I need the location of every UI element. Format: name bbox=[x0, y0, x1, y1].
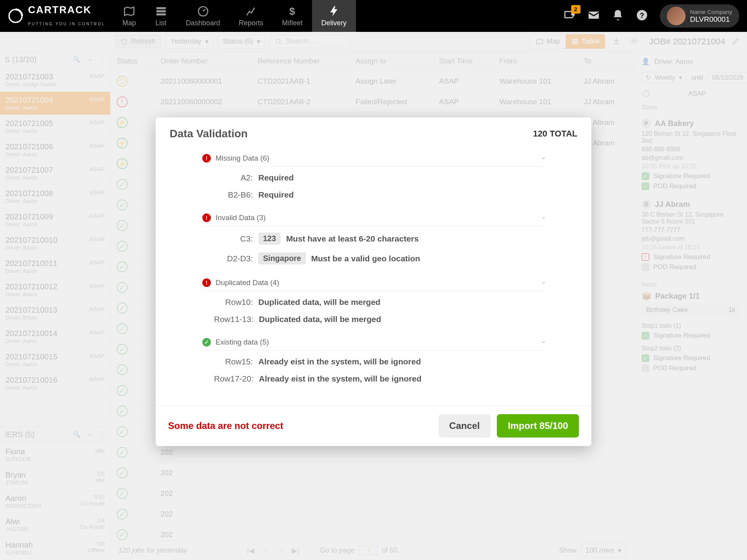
validation-row: Row15: Already eist in the system, will … bbox=[214, 357, 545, 366]
account-menu[interactable]: Name Company DLVR00001 bbox=[660, 4, 739, 28]
notif-badge: 2 bbox=[571, 5, 580, 14]
nav-list[interactable]: List bbox=[146, 0, 177, 32]
bell-icon[interactable] bbox=[612, 9, 624, 23]
validation-row: A2: Required bbox=[214, 173, 545, 182]
validation-group: ! Duplicated Data (4) › Row10: Duplicate… bbox=[202, 275, 545, 324]
chevron-down-icon: › bbox=[540, 282, 547, 284]
account-name: Name Company bbox=[690, 9, 732, 15]
help-icon[interactable]: ? bbox=[636, 9, 648, 23]
brand-name: CARTRACK bbox=[28, 4, 91, 16]
validation-group: ! Invalid Data (3) › C3: 123 Must have a… bbox=[202, 210, 545, 264]
validation-row: Row17-20: Already eist in the system, wi… bbox=[214, 374, 545, 383]
group-header[interactable]: ! Duplicated Data (4) › bbox=[202, 275, 545, 291]
group-header[interactable]: ! Invalid Data (3) › bbox=[202, 210, 545, 226]
validation-group: ! Missing Data (6) › A2: Required B2-B6:… bbox=[202, 150, 545, 200]
validation-row: D2-D3: Singapore Must be a valid geo loc… bbox=[214, 252, 545, 264]
svg-rect-3 bbox=[156, 13, 166, 15]
modal-total: 120 TOTAL bbox=[533, 129, 577, 139]
mail-icon[interactable] bbox=[587, 9, 600, 23]
data-validation-modal: Data Validation 120 TOTAL ! Missing Data… bbox=[156, 117, 591, 446]
main-nav: Map List Dashboard Reports $ Mifleet Del… bbox=[113, 0, 356, 32]
brand-tagline: PUTTING YOU IN CONTROL bbox=[28, 22, 105, 26]
svg-text:$: $ bbox=[289, 5, 295, 17]
chevron-down-icon: › bbox=[540, 341, 547, 343]
chevron-down-icon: › bbox=[540, 157, 547, 159]
svg-rect-1 bbox=[156, 7, 166, 9]
validation-row: B2-B6: Required bbox=[214, 190, 545, 200]
svg-rect-2 bbox=[156, 10, 166, 12]
error-icon: ! bbox=[202, 154, 211, 163]
chevron-down-icon: › bbox=[540, 217, 547, 219]
modal-overlay: Data Validation 120 TOTAL ! Missing Data… bbox=[0, 32, 747, 560]
error-icon: ! bbox=[202, 214, 211, 222]
error-icon: ! bbox=[202, 278, 211, 287]
validation-row: Row11-13: Duplicated data, will be merge… bbox=[214, 315, 545, 324]
nav-delivery[interactable]: Delivery bbox=[312, 0, 356, 32]
nav-mifleet[interactable]: $ Mifleet bbox=[273, 0, 312, 32]
group-header[interactable]: ! Missing Data (6) › bbox=[202, 150, 545, 167]
nav-reports[interactable]: Reports bbox=[230, 0, 273, 32]
import-button[interactable]: Import 85/100 bbox=[497, 414, 579, 438]
modal-warning: Some data are not correct bbox=[168, 420, 283, 431]
brand-logo: CARTRACK PUTTING YOU IN CONTROL bbox=[0, 4, 113, 28]
group-header[interactable]: ✓ Existing data (5) › bbox=[202, 334, 545, 351]
check-icon: ✓ bbox=[202, 338, 211, 346]
tracking-icon[interactable]: 2 bbox=[563, 9, 576, 23]
validation-row: Row10: Duplicated data, will be merged bbox=[214, 298, 545, 307]
validation-row: C3: 123 Must have at least 6-20 characte… bbox=[214, 233, 545, 245]
user-avatar bbox=[667, 7, 686, 25]
topbar: CARTRACK PUTTING YOU IN CONTROL Map List… bbox=[0, 0, 747, 32]
validation-group: ✓ Existing data (5) › Row15: Already eis… bbox=[202, 334, 545, 383]
account-code: DLVR00001 bbox=[690, 15, 732, 24]
modal-title: Data Validation bbox=[170, 128, 248, 140]
nav-dashboard[interactable]: Dashboard bbox=[177, 0, 230, 32]
nav-map[interactable]: Map bbox=[113, 0, 146, 32]
svg-text:?: ? bbox=[640, 11, 644, 19]
cancel-button[interactable]: Cancel bbox=[438, 414, 491, 438]
